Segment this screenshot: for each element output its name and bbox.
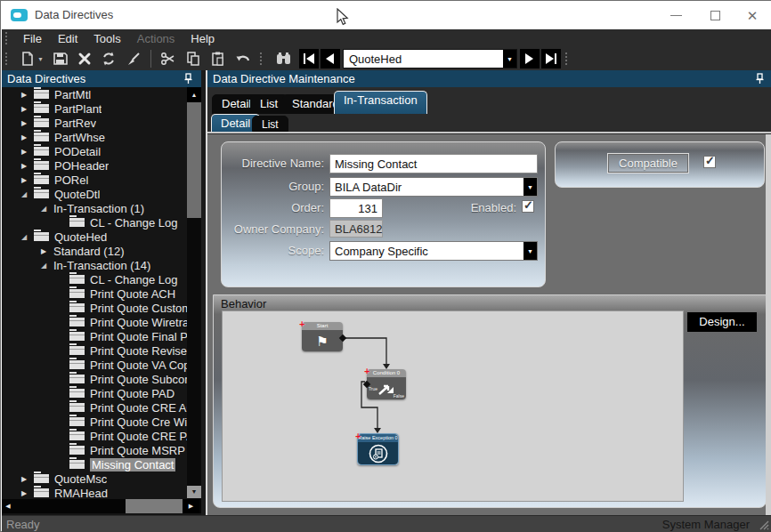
undo-button[interactable] — [231, 48, 256, 69]
collapse-icon[interactable]: ◢ — [21, 190, 34, 198]
expand-icon[interactable]: ▶ — [21, 176, 34, 184]
scope-dropdown[interactable]: ▼ — [523, 242, 537, 260]
tree-item-print-quote-msrp[interactable]: Print Quote MSRP — [2, 443, 187, 457]
group-combobox[interactable]: BILA DataDir ▼ — [329, 177, 538, 197]
panel-splitter[interactable] — [201, 70, 207, 515]
menu-help[interactable]: Help — [183, 30, 223, 47]
toolbar-grip-3[interactable] — [565, 52, 570, 65]
scroll-down-icon[interactable]: ▼ — [187, 486, 201, 498]
expand-icon[interactable]: ▶ — [21, 475, 34, 483]
tree-item-print-quote-final-pay[interactable]: Print Quote Final Pay — [2, 329, 187, 343]
tree-item-partplant[interactable]: ▶PartPlant — [2, 101, 187, 116]
compatible-button[interactable]: Compatible — [607, 153, 689, 173]
tree-item-print-quote-subcontr[interactable]: Print Quote Subcontr — [2, 372, 187, 386]
tree-item-print-quote-cre-ac[interactable]: Print Quote CRE AC — [2, 400, 187, 415]
tree-item-quotemsc[interactable]: ▶QuoteMsc — [2, 472, 187, 486]
tree-item-print-quote-revised[interactable]: Print Quote Revised — [2, 343, 187, 358]
record-combobox[interactable]: QuoteHed ▼ — [343, 49, 517, 69]
scroll-right-icon[interactable]: ▶ — [183, 499, 199, 513]
enabled-checkbox[interactable] — [522, 200, 534, 213]
tree-item-print-quote-wiretrans[interactable]: Print Quote Wiretrans — [2, 315, 187, 329]
tree-item-in-transaction-1-[interactable]: ◢In-Transaction (1) — [2, 201, 187, 215]
maximize-button[interactable] — [700, 1, 730, 29]
resize-grip-icon[interactable] — [759, 520, 769, 530]
compatible-checkbox[interactable] — [703, 156, 716, 168]
toolbar-grip[interactable] — [5, 52, 10, 65]
pin-icon[interactable] — [183, 73, 194, 85]
expand-icon[interactable]: ▶ — [21, 148, 34, 156]
flow-node-start[interactable]: + Start ⚑ — [302, 322, 343, 351]
tree-item-missing-contact[interactable]: Missing Contact — [2, 457, 187, 472]
refresh-button[interactable] — [96, 48, 121, 69]
menu-tools[interactable]: Tools — [85, 30, 128, 47]
menu-file[interactable]: File — [15, 30, 50, 47]
flow-node-raise-exception[interactable]: + Raise Exception 0 — [357, 433, 399, 465]
paste-button[interactable] — [206, 48, 231, 69]
copy-button[interactable] — [181, 48, 206, 69]
tree-item-partwhse[interactable]: ▶PartWhse — [2, 130, 187, 144]
first-record-button[interactable] — [299, 49, 319, 69]
group-dropdown[interactable]: ▼ — [523, 178, 537, 196]
tree-item-partrev[interactable]: ▶PartRev — [2, 116, 187, 130]
tree-item-podetail[interactable]: ▶PODetail — [2, 144, 187, 158]
previous-record-button[interactable] — [321, 49, 340, 69]
expand-icon[interactable]: ▶ — [41, 247, 53, 255]
subtab-list[interactable]: List — [252, 116, 288, 132]
tree-item-rmahead[interactable]: ▶RMAHead — [2, 486, 187, 499]
tree-item-print-quote-va-copy[interactable]: Print Quote VA Copy — [2, 358, 187, 372]
tree-item-in-transaction-14-[interactable]: ◢In-Transaction (14) — [2, 258, 187, 272]
tab-in-transaction[interactable]: In-Transaction — [334, 91, 427, 114]
pin-icon[interactable] — [755, 73, 766, 85]
collapse-icon[interactable]: ◢ — [41, 262, 53, 270]
tree-item-cl-change-log[interactable]: CL - Change Log — [2, 272, 187, 286]
tree-item-partmtl[interactable]: ▶PartMtl — [2, 87, 187, 101]
tree-item-quotehed[interactable]: ◢QuoteHed — [2, 230, 187, 244]
expand-icon[interactable]: ▶ — [21, 105, 34, 113]
expand-icon[interactable]: ▶ — [21, 489, 34, 497]
tree-item-print-quote-cre-wire[interactable]: Print Quote Cre Wire — [2, 415, 187, 429]
save-button[interactable] — [48, 48, 73, 69]
behavior-canvas[interactable]: + Start ⚑ + Condition 0 True False — [222, 310, 684, 502]
tree-item-print-quote-custome[interactable]: Print Quote Custome — [2, 301, 187, 315]
menu-edit[interactable]: Edit — [50, 30, 85, 47]
expand-icon[interactable]: ▶ — [21, 133, 34, 141]
new-dropdown-caret[interactable]: ▼ — [37, 56, 44, 62]
close-button[interactable]: ✕ — [737, 1, 767, 29]
last-record-button[interactable] — [541, 49, 561, 69]
clear-button[interactable] — [121, 48, 146, 69]
new-button[interactable]: ▼ — [15, 48, 48, 69]
tree-item-standard-12-[interactable]: ▶Standard (12) — [2, 244, 187, 258]
tree-item-poheader[interactable]: ▶POHeader — [2, 158, 187, 173]
delete-button[interactable] — [73, 48, 96, 69]
expand-icon[interactable]: ▶ — [21, 162, 34, 170]
design-button[interactable]: Design... — [687, 312, 757, 332]
record-combobox-dropdown[interactable]: ▼ — [503, 50, 516, 68]
expand-icon[interactable]: ▶ — [21, 91, 34, 99]
tree-item-cl-change-log[interactable]: CL - Change Log — [2, 215, 187, 230]
tree-item-print-quote-ach[interactable]: Print Quote ACH — [2, 286, 187, 301]
minimize-button[interactable] — [661, 1, 691, 29]
expand-icon[interactable]: ▶ — [21, 119, 34, 127]
next-record-button[interactable] — [520, 49, 540, 69]
tree-item-porel[interactable]: ▶PORel — [2, 173, 187, 187]
scroll-up-icon[interactable]: ▲ — [187, 87, 201, 102]
collapse-icon[interactable]: ◢ — [41, 205, 53, 213]
tree-item-print-quote-pad[interactable]: Print Quote PAD — [2, 386, 187, 400]
scroll-left-icon[interactable]: ◀ — [2, 499, 14, 513]
menu-grip[interactable] — [5, 32, 10, 44]
tree-item-quotedtl[interactable]: ◢QuoteDtl — [2, 187, 187, 201]
scope-combobox[interactable]: Company Specific ▼ — [329, 241, 538, 261]
flow-node-condition[interactable]: + Condition 0 True False — [367, 369, 406, 399]
title-bar[interactable]: Data Directives ✕ — [2, 1, 771, 29]
vertical-scroll-thumb[interactable] — [187, 102, 201, 218]
tree-horizontal-scrollbar[interactable]: ◀ ▶ — [2, 499, 201, 513]
horizontal-scroll-thumb[interactable] — [126, 499, 183, 513]
directive-name-input[interactable] — [329, 154, 538, 173]
cut-button[interactable] — [156, 48, 181, 69]
collapse-icon[interactable]: ◢ — [21, 233, 34, 241]
tree-item-print-quote-cre-pa[interactable]: Print Quote CRE PA — [2, 429, 187, 443]
order-input[interactable] — [329, 198, 383, 218]
search-button[interactable] — [270, 48, 298, 69]
toolbar-grip-2[interactable] — [260, 52, 264, 65]
tree-vertical-scrollbar[interactable]: ▲ ▼ — [187, 87, 201, 499]
